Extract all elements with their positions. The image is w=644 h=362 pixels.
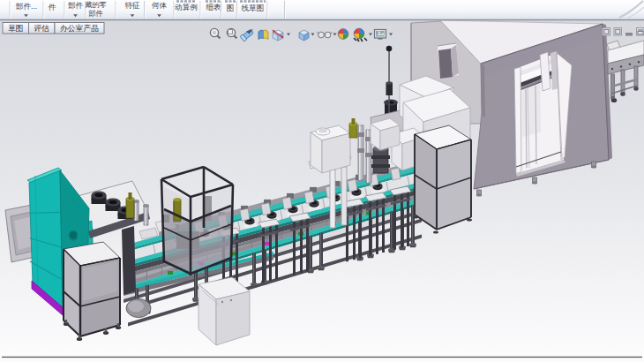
svg-text:何体: 何体: [151, 1, 168, 10]
svg-text:部件: 部件: [68, 1, 84, 10]
svg-text:件: 件: [49, 3, 56, 11]
svg-text:部件: 部件: [88, 10, 102, 18]
svg-text:特征: 特征: [124, 1, 140, 10]
svg-text:草图: 草图: [8, 24, 24, 33]
svg-text:藏的零: 藏的零: [85, 1, 107, 9]
svg-text:评估: 评估: [33, 24, 49, 33]
svg-text:办公室产品: 办公室产品: [60, 24, 99, 33]
svg-text:动算例: 动算例: [175, 3, 198, 11]
svg-text:图: 图: [227, 4, 235, 12]
svg-text:线草图: 线草图: [242, 4, 265, 12]
svg-text:细表: 细表: [206, 3, 221, 11]
svg-text:部件...: 部件...: [16, 2, 37, 11]
